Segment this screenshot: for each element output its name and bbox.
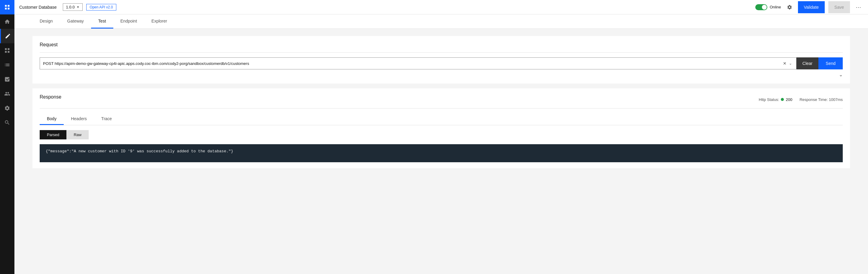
svg-rect-0 bbox=[5, 5, 7, 7]
app-title: Customer Database bbox=[19, 5, 57, 10]
parsed-button[interactable]: Parsed bbox=[40, 130, 66, 140]
save-button[interactable]: Save bbox=[828, 1, 850, 13]
sidebar-item-grid[interactable] bbox=[0, 43, 14, 58]
response-divider bbox=[40, 108, 843, 109]
sidebar-item-chart[interactable] bbox=[0, 72, 14, 87]
format-toggle: Parsed Raw bbox=[40, 130, 843, 140]
nav-tabs: Design Gateway Test Endpoint Explorer bbox=[14, 14, 868, 29]
open-api-badge[interactable]: Open API v2.0 bbox=[86, 4, 116, 10]
sidebar-item-settings[interactable] bbox=[0, 101, 14, 115]
validate-button[interactable]: Validate bbox=[798, 1, 825, 13]
http-status: Http Status: 200 bbox=[759, 97, 793, 102]
url-clear-x-icon[interactable]: ✕ bbox=[782, 61, 788, 66]
more-options-icon[interactable]: ⋯ bbox=[854, 2, 863, 12]
sidebar-item-home[interactable] bbox=[0, 14, 14, 29]
status-dot-icon bbox=[781, 98, 784, 101]
svg-rect-2 bbox=[5, 8, 7, 10]
tab-design[interactable]: Design bbox=[32, 14, 60, 29]
svg-rect-3 bbox=[8, 8, 10, 10]
sidebar-item-users[interactable] bbox=[0, 87, 14, 101]
json-output: {"message":"A new customer with ID '9' w… bbox=[40, 144, 843, 162]
clear-button[interactable]: Clear bbox=[797, 57, 818, 69]
response-time-label: Response Time: bbox=[800, 97, 828, 102]
http-status-label: Http Status: bbox=[759, 97, 779, 102]
response-title: Response bbox=[40, 94, 61, 100]
url-input-wrapper[interactable]: POST https://apim-demo-gw-gateway-cp4i-a… bbox=[40, 57, 797, 69]
online-label: Online bbox=[770, 5, 781, 9]
expand-row: ⌄ bbox=[40, 69, 843, 78]
response-tab-headers[interactable]: Headers bbox=[64, 113, 94, 125]
settings-icon[interactable] bbox=[785, 2, 794, 12]
sidebar-item-list[interactable] bbox=[0, 58, 14, 72]
sidebar-logo bbox=[0, 0, 14, 14]
expand-icon[interactable]: ⌄ bbox=[839, 72, 843, 78]
online-toggle-switch[interactable] bbox=[755, 4, 767, 10]
sidebar-item-edit[interactable] bbox=[0, 29, 14, 43]
response-time: Response Time: 1007ms bbox=[800, 97, 843, 102]
response-tab-trace[interactable]: Trace bbox=[94, 113, 119, 125]
response-meta: Http Status: 200 Response Time: 1007ms bbox=[759, 97, 843, 102]
content-area: Request POST https://apim-demo-gw-gatewa… bbox=[14, 29, 868, 274]
sidebar bbox=[0, 0, 14, 274]
status-code: 200 bbox=[786, 97, 792, 102]
send-button[interactable]: Send bbox=[818, 57, 843, 69]
tab-gateway[interactable]: Gateway bbox=[60, 14, 91, 29]
raw-button[interactable]: Raw bbox=[66, 130, 89, 140]
version-value: 1.0.0 bbox=[66, 5, 75, 9]
online-toggle-group: Online bbox=[755, 4, 781, 10]
version-selector[interactable]: 1.0.0 ▼ bbox=[63, 3, 83, 11]
request-section: Request POST https://apim-demo-gw-gatewa… bbox=[32, 36, 850, 84]
response-tabs: Body Headers Trace bbox=[40, 113, 843, 125]
request-divider bbox=[40, 52, 843, 53]
svg-rect-1 bbox=[8, 5, 10, 7]
request-title: Request bbox=[40, 42, 843, 48]
main-area: Customer Database 1.0.0 ▼ Open API v2.0 … bbox=[14, 0, 868, 274]
sidebar-item-search[interactable] bbox=[0, 115, 14, 130]
url-row: POST https://apim-demo-gw-gateway-cp4i-a… bbox=[40, 57, 843, 69]
chevron-down-icon: ▼ bbox=[76, 5, 79, 9]
url-text: POST https://apim-demo-gw-gateway-cp4i-a… bbox=[43, 61, 782, 66]
response-header-row: Response Http Status: 200 Response Time:… bbox=[40, 94, 843, 104]
response-section: Response Http Status: 200 Response Time:… bbox=[32, 88, 850, 168]
response-time-value: 1007ms bbox=[829, 97, 843, 102]
tab-explorer[interactable]: Explorer bbox=[144, 14, 174, 29]
tab-test[interactable]: Test bbox=[91, 14, 113, 29]
url-chevron-icon[interactable]: ⌄ bbox=[788, 61, 793, 65]
tab-endpoint[interactable]: Endpoint bbox=[113, 14, 144, 29]
topbar: Customer Database 1.0.0 ▼ Open API v2.0 … bbox=[14, 0, 868, 14]
response-tab-body[interactable]: Body bbox=[40, 113, 64, 125]
